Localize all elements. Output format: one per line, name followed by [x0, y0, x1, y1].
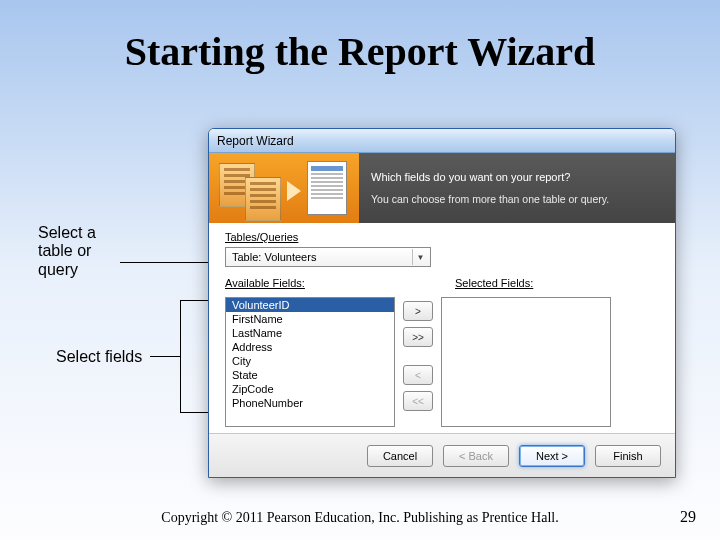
wizard-prompt-2: You can choose from more than one table … — [371, 193, 663, 205]
window-title: Report Wizard — [217, 134, 294, 148]
callout-select-fields: Select fields — [56, 348, 176, 366]
cancel-button[interactable]: Cancel — [367, 445, 433, 467]
next-button[interactable]: Next > — [519, 445, 585, 467]
wizard-footer: Cancel < Back Next > Finish — [209, 433, 675, 477]
list-item[interactable]: VolunteerID — [226, 298, 394, 312]
field-move-buttons: > >> < << — [403, 297, 433, 411]
list-item[interactable]: ZipCode — [226, 382, 394, 396]
titlebar: Report Wizard — [209, 129, 675, 153]
remove-all-fields-button[interactable]: << — [403, 391, 433, 411]
wizard-banner: Which fields do you want on your report?… — [209, 153, 675, 223]
selected-fields-label: Selected Fields: — [455, 277, 533, 289]
arrow-right-icon — [287, 181, 301, 201]
art-report-icon — [307, 161, 347, 215]
list-item[interactable]: FirstName — [226, 312, 394, 326]
list-item[interactable]: State — [226, 368, 394, 382]
slide: Starting the Report Wizard Select a tabl… — [0, 0, 720, 540]
combo-value: Table: Volunteers — [232, 251, 316, 263]
art-sheet-icon — [245, 177, 281, 221]
tables-queries-combo[interactable]: Table: Volunteers ▼ — [225, 247, 431, 267]
list-item[interactable]: PhoneNumber — [226, 396, 394, 410]
add-field-button[interactable]: > — [403, 301, 433, 321]
add-all-fields-button[interactable]: >> — [403, 327, 433, 347]
back-button[interactable]: < Back — [443, 445, 509, 467]
copyright-text: Copyright © 2011 Pearson Education, Inc.… — [0, 510, 720, 526]
list-item[interactable]: Address — [226, 340, 394, 354]
wizard-banner-art — [209, 153, 359, 223]
wizard-prompt-1: Which fields do you want on your report? — [371, 171, 663, 183]
available-fields-label: Available Fields: — [225, 277, 395, 289]
selected-fields-list[interactable] — [441, 297, 611, 427]
callout-select-table: Select a table or query — [38, 224, 118, 279]
finish-button[interactable]: Finish — [595, 445, 661, 467]
list-item[interactable]: LastName — [226, 326, 394, 340]
tables-queries-label: Tables/Queries — [225, 231, 659, 243]
chevron-down-icon[interactable]: ▼ — [412, 249, 428, 265]
available-fields-list[interactable]: VolunteerIDFirstNameLastNameAddressCityS… — [225, 297, 395, 427]
callout-line — [180, 300, 181, 412]
wizard-banner-text: Which fields do you want on your report?… — [359, 153, 675, 223]
wizard-body: Tables/Queries Table: Volunteers ▼ Avail… — [209, 223, 675, 427]
callout-line — [150, 356, 180, 357]
list-item[interactable]: City — [226, 354, 394, 368]
slide-title: Starting the Report Wizard — [0, 0, 720, 75]
page-number: 29 — [680, 508, 696, 526]
remove-field-button[interactable]: < — [403, 365, 433, 385]
report-wizard-window: Report Wizard Which fields do you want o… — [208, 128, 676, 478]
